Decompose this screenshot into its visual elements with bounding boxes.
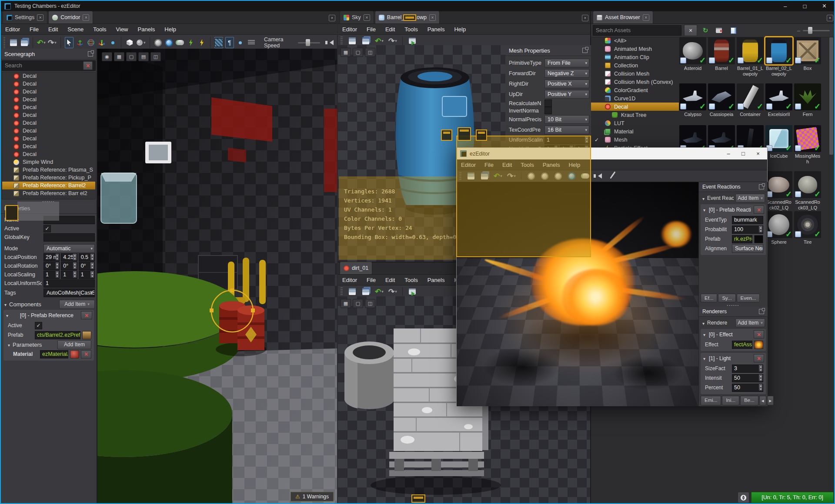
save-all-button[interactable] xyxy=(20,37,29,48)
expander-icon[interactable] xyxy=(703,207,706,213)
remove-renderer-button[interactable] xyxy=(754,330,764,338)
sphere-primitive-button[interactable] xyxy=(136,37,146,48)
maximize-icon[interactable]: □ xyxy=(736,148,751,159)
scenegraph-item[interactable]: Decal xyxy=(2,80,95,88)
run-project-button[interactable] xyxy=(197,37,206,48)
document-tab[interactable]: Corridor xyxy=(48,11,93,23)
intensity-stepper[interactable]: 50 xyxy=(732,374,763,382)
screenshot-icon[interactable]: ◫ xyxy=(365,48,375,57)
menu-item[interactable]: Edit xyxy=(48,26,58,33)
camera-view-icon[interactable]: ◉ xyxy=(102,52,112,61)
save-all-button[interactable] xyxy=(360,286,371,297)
panel-tab[interactable]: Even... xyxy=(737,294,760,302)
expander-icon[interactable] xyxy=(6,312,9,318)
menu-item[interactable]: File xyxy=(30,26,39,33)
asset-item[interactable]: ✓ Sphere xyxy=(765,211,792,250)
transform-assets-icon[interactable]: ▸ xyxy=(714,25,725,36)
asset-item[interactable]: ✓ Fern xyxy=(794,83,821,125)
snap-button[interactable] xyxy=(108,37,117,48)
rightdir-dropdown[interactable]: Positive X xyxy=(544,80,589,88)
asset-item[interactable]: ✓ Cassiopeia xyxy=(708,83,735,125)
menu-item[interactable]: File xyxy=(367,26,376,33)
primitivetype-dropdown[interactable]: From File xyxy=(544,59,589,67)
prefab-asset-field[interactable]: cts/Barrel2.ezPrefab xyxy=(35,331,80,339)
expander-icon[interactable] xyxy=(703,332,706,338)
asset-type-item[interactable]: Collision Mesh (Convex) xyxy=(591,78,679,86)
rotate-tool-button[interactable] xyxy=(87,37,95,48)
audio-button[interactable] xyxy=(593,170,604,182)
viewport-layout-icon[interactable]: ▦ xyxy=(341,48,351,57)
scale-tool-button[interactable] xyxy=(97,37,106,48)
undo-button[interactable] xyxy=(37,37,46,48)
scenegraph-item[interactable]: Decal xyxy=(2,127,95,135)
panel-tab[interactable]: Ini... xyxy=(722,396,739,405)
scenegraph-item[interactable]: Decal xyxy=(2,119,95,127)
menu-item[interactable]: Edit xyxy=(385,277,395,283)
screenshot-icon[interactable]: ◫ xyxy=(150,52,161,61)
asset-item[interactable]: ✓ MissingMesh xyxy=(794,125,821,171)
tab-close-icon[interactable] xyxy=(429,14,436,21)
asset-item[interactable]: ✓ ExcelsiorII xyxy=(765,83,792,125)
dock-target-center-icon[interactable] xyxy=(458,127,471,141)
panel-tab[interactable]: Ef... xyxy=(701,294,717,302)
asset-type-item[interactable]: Material xyxy=(591,127,679,136)
menu-item[interactable]: Help xyxy=(164,26,176,33)
scale-z-stepper[interactable]: 1 xyxy=(79,271,95,279)
thumbnail-size-slider[interactable] xyxy=(803,30,830,31)
maximize-icon[interactable] xyxy=(795,1,815,11)
dock-target-bottom-icon[interactable] xyxy=(411,494,425,503)
expander-icon[interactable] xyxy=(703,355,706,361)
menu-item[interactable]: Panels xyxy=(428,26,445,33)
scenegraph-item[interactable]: Decal xyxy=(2,150,95,158)
scale-y-stepper[interactable]: 1 xyxy=(61,271,77,279)
asset-item[interactable]: ✓ ScannedRock03_LQ xyxy=(794,171,821,211)
asset-type-item[interactable]: Mesh xyxy=(591,136,679,144)
percent-stepper[interactable]: 50 xyxy=(732,384,763,392)
panel-close-icon[interactable] xyxy=(582,15,588,21)
add-component-button[interactable]: Add Item xyxy=(59,300,95,309)
eventtype-field[interactable]: burnmark xyxy=(732,216,763,224)
tab-scroll-left-icon[interactable]: ◂ xyxy=(759,396,766,405)
alignment-dropdown[interactable]: Surface Nor xyxy=(732,244,763,253)
menu-item[interactable]: File xyxy=(367,277,376,283)
float-panel-icon[interactable] xyxy=(759,309,764,314)
float-panel-icon[interactable] xyxy=(88,51,93,56)
add-renderer-button[interactable]: Add Item xyxy=(735,318,765,327)
asset-type-item[interactable]: Curve1D xyxy=(591,94,679,103)
fullscreen-icon[interactable]: ▢ xyxy=(126,52,137,61)
viewport-layout-icon[interactable]: ▦ xyxy=(114,52,124,61)
play-button[interactable] xyxy=(154,37,162,48)
simulate-gamepad-button[interactable] xyxy=(176,37,184,48)
menu-item[interactable]: Scene xyxy=(67,26,84,33)
asset-type-item[interactable]: LUT xyxy=(591,119,679,127)
asset-browser-tab[interactable]: Asset Browser xyxy=(593,11,653,23)
tags-dropdown[interactable]: AutoColMesh|CastShadow xyxy=(43,288,95,297)
asset-item[interactable]: ✓ Calypso xyxy=(679,83,706,125)
scenegraph-search-input[interactable]: Search xyxy=(2,60,96,71)
tab-close-icon[interactable] xyxy=(643,14,649,21)
panel-tab[interactable]: Sy... xyxy=(718,294,735,302)
prefab-thumbnail-button[interactable] xyxy=(754,235,763,243)
scenegraph-item[interactable]: Decal xyxy=(2,96,95,103)
normalprecision-dropdown[interactable]: 10 Bit xyxy=(544,115,589,124)
save-button[interactable] xyxy=(347,286,358,297)
float-panel-icon[interactable] xyxy=(759,184,764,189)
render-mode-icon[interactable]: ▢ xyxy=(353,48,363,57)
asset-search-input[interactable]: Search Assets xyxy=(593,25,681,36)
warnings-button[interactable]: 1 Warnings xyxy=(291,492,334,501)
material-asset-field[interactable]: ezMaterialAsset xyxy=(40,350,68,358)
panel-close-icon[interactable] xyxy=(329,15,335,21)
rotation-z-stepper[interactable]: 0° xyxy=(79,262,95,270)
scenegraph-item[interactable]: Prefab Reference: Barrel2 xyxy=(2,182,95,189)
globalkey-field[interactable] xyxy=(43,233,95,242)
play-from-here-button[interactable] xyxy=(164,37,173,48)
float-panel-icon[interactable] xyxy=(582,48,588,53)
panel-tab[interactable]: Emi... xyxy=(701,396,721,405)
clear-search-icon[interactable] xyxy=(83,61,93,70)
scenegraph-item[interactable]: Decal xyxy=(2,72,95,80)
close-icon[interactable] xyxy=(815,1,834,11)
asset-type-item[interactable]: Animation Clip xyxy=(591,53,679,61)
asset-item[interactable]: ✓ Barrel_02_Lowpoly xyxy=(765,37,792,83)
remove-material-button[interactable] xyxy=(81,350,91,358)
asset-item[interactable]: ✓ Barrel xyxy=(708,37,735,83)
